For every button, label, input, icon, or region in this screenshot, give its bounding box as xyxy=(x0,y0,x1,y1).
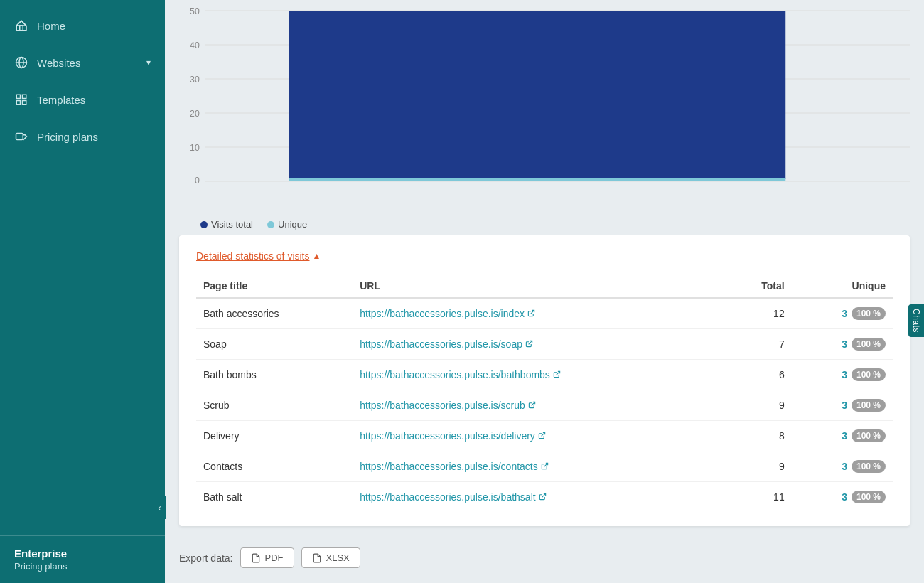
sidebar-item-home[interactable]: Home xyxy=(0,7,165,44)
chart-area: 50 40 30 20 10 0 26 January 2022 xyxy=(165,0,924,235)
url-link[interactable]: https://bathaccessories.pulse.is/index xyxy=(360,308,535,319)
unique-count: 3 xyxy=(842,491,847,503)
unique-dot xyxy=(267,221,274,228)
cell-page-title: Scrub xyxy=(196,390,353,421)
export-label: Export data: xyxy=(179,552,233,564)
svg-text:30: 30 xyxy=(190,75,200,85)
unique-count: 3 xyxy=(842,308,847,319)
cell-unique: 3100 % xyxy=(792,421,893,451)
svg-rect-5 xyxy=(23,95,26,98)
col-unique: Unique xyxy=(792,274,893,298)
svg-rect-4 xyxy=(16,95,20,98)
unique-count: 3 xyxy=(842,369,847,380)
cell-unique: 3100 % xyxy=(792,298,893,329)
svg-text:0: 0 xyxy=(195,176,200,185)
cell-url: https://bathaccessories.pulse.is/bathsal… xyxy=(353,482,726,513)
unique-count: 3 xyxy=(842,338,847,350)
unique-pct-badge: 100 % xyxy=(852,429,886,442)
url-link[interactable]: https://bathaccessories.pulse.is/scrub xyxy=(360,400,536,411)
home-icon xyxy=(14,18,28,33)
statistics-table-section: Detailed statistics of visits ▲ Page tit… xyxy=(179,235,910,526)
cell-page-title: Bath salt xyxy=(196,482,353,513)
chart-container: 50 40 30 20 10 0 26 January 2022 xyxy=(179,7,910,213)
sidebar-item-templates[interactable]: Templates xyxy=(0,81,165,118)
cell-page-title: Contacts xyxy=(196,451,353,482)
sidebar-footer: Enterprise Pricing plans xyxy=(0,535,165,583)
table-row: Bath bombshttps://bathaccessories.pulse.… xyxy=(196,360,893,390)
export-xlsx-label: XLSX xyxy=(326,552,350,563)
url-link[interactable]: https://bathaccessories.pulse.is/contact… xyxy=(360,461,549,472)
cell-url: https://bathaccessories.pulse.is/soap xyxy=(353,329,726,360)
external-link-icon xyxy=(528,400,536,411)
sidebar-item-pricing[interactable]: Pricing plans xyxy=(0,118,165,155)
export-bar: Export data: PDF XLSX xyxy=(165,540,924,582)
unique-pct-badge: 100 % xyxy=(852,491,886,503)
cell-total: 7 xyxy=(727,329,792,360)
unique-pct-badge: 100 % xyxy=(852,338,886,351)
sidebar-item-websites[interactable]: Websites ▾ xyxy=(0,44,165,81)
cell-page-title: Bath accessories xyxy=(196,298,353,329)
arrow-up-icon: ▲ xyxy=(313,251,321,261)
xlsx-icon xyxy=(312,553,322,563)
chats-tab[interactable]: Chats xyxy=(908,304,924,337)
url-link[interactable]: https://bathaccessories.pulse.is/bathbom… xyxy=(360,369,561,380)
url-link[interactable]: https://bathaccessories.pulse.is/bathsal… xyxy=(360,491,546,503)
svg-text:10: 10 xyxy=(190,143,200,153)
unique-pct-badge: 100 % xyxy=(852,399,886,412)
table-header: Page title URL Total Unique xyxy=(196,274,893,298)
cell-unique: 3100 % xyxy=(792,482,893,513)
svg-rect-7 xyxy=(23,101,26,105)
chats-tab-wrapper[interactable]: Chats xyxy=(908,304,924,337)
cell-unique: 3100 % xyxy=(792,451,893,482)
col-total: Total xyxy=(727,274,792,298)
svg-rect-6 xyxy=(16,101,20,105)
plan-label: Pricing plans xyxy=(14,561,151,572)
cell-page-title: Bath bombs xyxy=(196,360,353,390)
url-link[interactable]: https://bathaccessories.pulse.is/deliver… xyxy=(360,430,546,442)
cell-page-title: Soap xyxy=(196,329,353,360)
cell-total: 9 xyxy=(727,451,792,482)
cell-url: https://bathaccessories.pulse.is/bathbom… xyxy=(353,360,726,390)
svg-rect-22 xyxy=(289,178,785,181)
export-pdf-button[interactable]: PDF xyxy=(240,547,294,568)
table-row: Bath accessorieshttps://bathaccessories.… xyxy=(196,298,893,329)
sidebar: Home Websites ▾ Tem xyxy=(0,0,165,583)
col-url: URL xyxy=(353,274,726,298)
chevron-down-icon: ▾ xyxy=(146,58,151,68)
svg-line-28 xyxy=(541,432,544,436)
svg-line-27 xyxy=(531,402,534,405)
main-content: 50 40 30 20 10 0 26 January 2022 xyxy=(165,0,924,583)
collapse-button[interactable]: ‹ xyxy=(154,496,166,519)
unique-pct-badge: 100 % xyxy=(852,460,886,473)
external-link-icon xyxy=(525,338,533,350)
col-page-title: Page title xyxy=(196,274,353,298)
table-body: Bath accessorieshttps://bathaccessories.… xyxy=(196,298,893,512)
export-xlsx-button[interactable]: XLSX xyxy=(301,547,360,568)
cell-url: https://bathaccessories.pulse.is/index xyxy=(353,298,726,329)
cell-unique: 3100 % xyxy=(792,329,893,360)
unique-count: 3 xyxy=(842,430,847,442)
external-link-icon xyxy=(538,430,546,442)
cell-url: https://bathaccessories.pulse.is/contact… xyxy=(353,451,726,482)
svg-rect-0 xyxy=(16,26,26,31)
url-link[interactable]: https://bathaccessories.pulse.is/soap xyxy=(360,338,533,350)
svg-line-30 xyxy=(542,493,545,497)
svg-line-29 xyxy=(544,463,547,466)
cell-total: 9 xyxy=(727,390,792,421)
table-row: Bath salthttps://bathaccessories.pulse.i… xyxy=(196,482,893,513)
svg-text:40: 40 xyxy=(190,41,200,50)
table-row: Soaphttps://bathaccessories.pulse.is/soa… xyxy=(196,329,893,360)
svg-rect-21 xyxy=(289,11,785,179)
detailed-statistics-link[interactable]: Detailed statistics of visits ▲ xyxy=(196,250,321,262)
legend-visits-total-label: Visits total xyxy=(211,219,253,230)
legend-visits-total: Visits total xyxy=(200,219,253,230)
cell-page-title: Delivery xyxy=(196,421,353,451)
svg-line-26 xyxy=(556,371,559,375)
pdf-icon xyxy=(251,553,261,563)
cell-url: https://bathaccessories.pulse.is/deliver… xyxy=(353,421,726,451)
svg-text:20: 20 xyxy=(190,109,200,119)
grid-icon xyxy=(14,92,28,107)
unique-pct-badge: 100 % xyxy=(852,368,886,381)
cell-unique: 3100 % xyxy=(792,390,893,421)
unique-count: 3 xyxy=(842,461,847,472)
